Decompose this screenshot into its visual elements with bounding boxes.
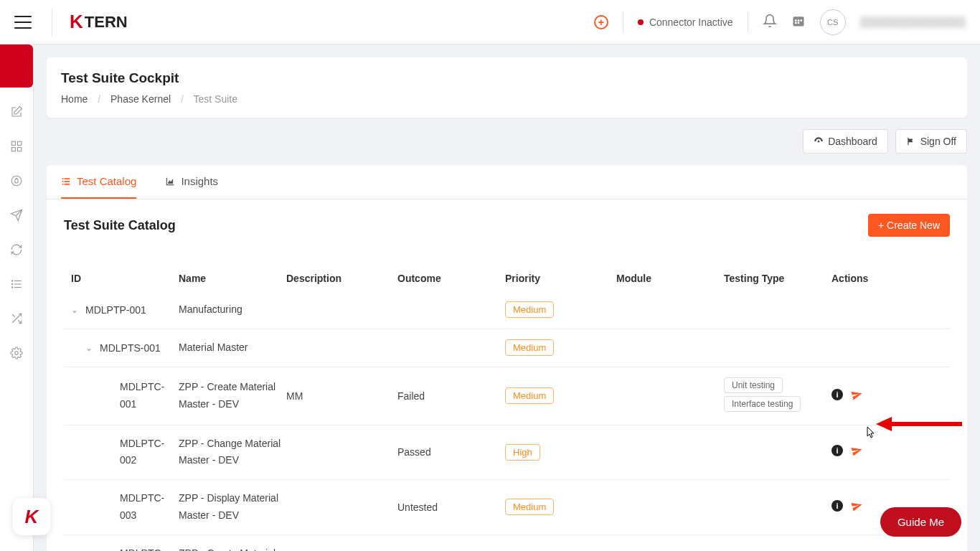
main-content: Test Suite Cockpit Home / Phase Kernel /… [34, 44, 980, 551]
create-new-button[interactable]: + Create New [868, 214, 950, 237]
table-row: MDLPTC-599ZPP - Create Material Master -… [64, 535, 950, 551]
cell-name: ZPP - Create Material Master - DEV [179, 379, 286, 413]
logo-k-icon: K [70, 11, 83, 33]
svg-rect-22 [65, 181, 70, 182]
cell-testing-type: Unit testingInterface testing [724, 377, 831, 415]
catalog-header: Test Suite Catalog + Create New [47, 199, 967, 251]
svg-rect-18 [62, 178, 64, 179]
cell-id: MDLPTC-002 [64, 435, 179, 470]
cell-outcome: Untested [397, 501, 505, 513]
catalog-title: Test Suite Catalog [64, 218, 176, 233]
svg-rect-19 [62, 181, 64, 182]
table-row: MDLPTC-003ZPP - Display Material Master … [64, 480, 950, 535]
info-icon[interactable]: i [831, 445, 843, 456]
cell-id: MDLPTC-599 [64, 545, 179, 551]
cell-name: ZPP - Display Material Master - DEV [179, 490, 286, 524]
divider [748, 11, 748, 33]
user-avatar[interactable]: CS [820, 9, 846, 35]
cell-outcome: Failed [397, 390, 505, 402]
priority-badge: Medium [505, 499, 554, 515]
page-header: Test Suite Cockpit Home / Phase Kernel /… [47, 57, 967, 118]
col-id: ID [64, 273, 179, 284]
cell-actions: i [831, 389, 932, 403]
testing-type-tag: Interface testing [724, 396, 801, 412]
col-name: Name [179, 273, 286, 284]
calendar-icon[interactable] [791, 14, 806, 31]
cell-description: MM [286, 390, 397, 402]
breadcrumb-home[interactable]: Home [61, 93, 88, 105]
svg-rect-23 [65, 183, 70, 184]
table-row: ⌄MDLPTS-001Material MasterMedium [64, 329, 950, 367]
dashboard-button[interactable]: Dashboard [803, 129, 888, 154]
svg-rect-20 [62, 183, 64, 184]
breadcrumb-current: Test Suite [194, 93, 237, 105]
sidebar-grid-icon[interactable] [8, 138, 25, 155]
signoff-button[interactable]: Sign Off [895, 129, 967, 154]
priority-badge: Medium [505, 301, 554, 318]
send-icon[interactable] [850, 499, 865, 515]
chart-icon [165, 176, 175, 187]
table-header: ID Name Description Outcome Priority Mod… [64, 265, 950, 291]
svg-rect-4 [795, 22, 797, 24]
notifications-icon[interactable] [763, 14, 777, 31]
col-testing: Testing Type [724, 273, 831, 284]
floating-logo-button[interactable]: K [13, 498, 50, 535]
flag-icon [906, 136, 916, 146]
cell-priority: Medium [505, 301, 616, 318]
connector-status: Connector Inactive [638, 17, 733, 28]
top-header: KTERN + Connector Inactive CS ██████████… [0, 0, 980, 44]
chevron-down-icon[interactable]: ⌄ [85, 343, 93, 353]
sidebar-list-icon[interactable] [8, 276, 25, 293]
col-actions: Actions [831, 273, 932, 284]
cell-priority: Medium [505, 499, 616, 515]
test-catalog-table: ID Name Description Outcome Priority Mod… [64, 265, 950, 551]
col-module: Module [616, 273, 724, 284]
guide-me-button[interactable]: Guide Me [880, 507, 961, 537]
cell-actions: i [831, 445, 932, 459]
gauge-icon [814, 136, 824, 146]
sidebar-send-icon[interactable] [8, 207, 25, 224]
cell-priority: High [505, 444, 616, 461]
svg-rect-6 [11, 141, 15, 145]
sidebar-settings-icon[interactable] [8, 344, 25, 362]
svg-rect-5 [797, 22, 799, 24]
brand-text: TERN [85, 13, 128, 32]
sidebar-fire-icon[interactable] [8, 172, 25, 189]
svg-rect-2 [797, 19, 799, 22]
send-icon[interactable] [850, 444, 865, 461]
sidebar-active-indicator[interactable] [0, 44, 33, 88]
breadcrumb-phase[interactable]: Phase Kernel [110, 93, 171, 105]
page-title: Test Suite Cockpit [61, 70, 953, 86]
info-icon[interactable]: i [831, 500, 843, 512]
user-name-blurred: ████████████████ [860, 17, 966, 27]
cell-priority: Medium [505, 387, 616, 404]
status-dot-icon [638, 19, 644, 25]
chevron-down-icon[interactable]: ⌄ [71, 305, 78, 315]
sidebar-shuffle-icon[interactable] [8, 310, 25, 327]
cell-id: MDLPTC-003 [64, 490, 179, 524]
priority-badge: Medium [505, 387, 554, 404]
cell-id: ⌄MDLPTP-001 [64, 304, 179, 316]
cell-priority: Medium [505, 339, 616, 356]
tab-test-catalog[interactable]: Test Catalog [61, 165, 136, 199]
cell-outcome: Passed [397, 446, 505, 458]
send-icon[interactable] [850, 387, 865, 404]
tab-insights[interactable]: Insights [165, 165, 218, 199]
cell-name: Manufacturing [179, 301, 286, 319]
add-icon[interactable]: + [594, 15, 608, 29]
col-priority: Priority [505, 273, 616, 284]
hamburger-menu-icon[interactable] [14, 16, 32, 29]
list-icon [61, 176, 71, 187]
svg-rect-8 [11, 148, 15, 151]
svg-rect-3 [800, 19, 802, 22]
priority-badge: Medium [505, 339, 554, 356]
testing-type-tag: Unit testing [724, 377, 783, 393]
info-icon[interactable]: i [831, 389, 843, 400]
sidebar-refresh-icon[interactable] [8, 241, 25, 258]
priority-badge: High [505, 444, 540, 461]
svg-rect-9 [18, 148, 22, 151]
divider [623, 11, 623, 33]
brand-logo[interactable]: KTERN [52, 8, 128, 37]
plus-icon: + [878, 220, 884, 231]
sidebar-edit-icon[interactable] [8, 103, 25, 121]
